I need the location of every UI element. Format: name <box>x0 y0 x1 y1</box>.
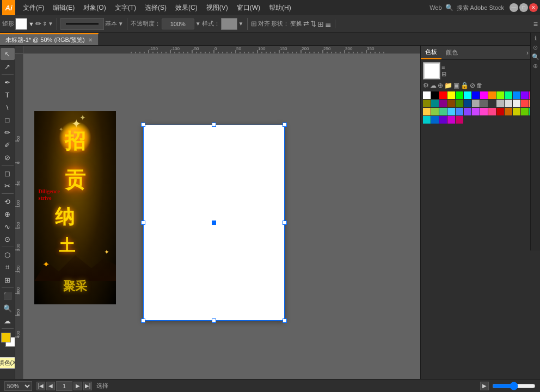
panel-expand-icon[interactable]: › <box>525 48 530 58</box>
swatch-2[interactable] <box>439 91 447 99</box>
minimize-button[interactable]: — <box>510 3 518 12</box>
panel-tab-color[interactable]: 颜色 <box>441 46 462 59</box>
menu-file[interactable]: 文件(F) <box>19 0 48 15</box>
tool-scale[interactable]: ⊕ <box>1 208 15 220</box>
menu-object[interactable]: 对象(O) <box>79 0 110 15</box>
swatch-menu-icon[interactable]: ≡ <box>441 64 446 70</box>
swatch-12[interactable] <box>521 91 529 99</box>
page-last-btn[interactable]: ▶| <box>83 382 92 390</box>
panel-action-6[interactable]: 🔒 <box>461 82 469 89</box>
menu-select[interactable]: 选择(S) <box>140 0 171 15</box>
panel-action-2[interactable]: ☁ <box>430 82 437 89</box>
swatch-25[interactable] <box>513 100 520 107</box>
flip-h-icon[interactable]: ⇄ <box>303 20 309 28</box>
swatch-26[interactable] <box>521 100 529 107</box>
swatch-10[interactable] <box>505 91 512 99</box>
maximize-button[interactable]: □ <box>519 3 528 12</box>
tool-hand[interactable]: ☁ <box>1 315 15 327</box>
swatch-20[interactable] <box>472 100 480 107</box>
handle-top-right[interactable] <box>283 122 287 127</box>
swatch-45[interactable] <box>447 116 455 124</box>
tool-paintbrush[interactable]: ✏ <box>1 126 15 138</box>
page-next-btn[interactable]: ▶ <box>73 382 82 390</box>
swatch-37[interactable] <box>496 108 504 115</box>
tool-rect[interactable]: □ <box>1 114 15 126</box>
ri-properties[interactable]: ℹ <box>535 35 537 42</box>
swatch-43[interactable] <box>431 116 439 124</box>
swatch-3[interactable] <box>447 91 455 99</box>
ri-libraries[interactable]: ⊙ <box>533 44 538 51</box>
menu-window[interactable]: 窗口(W) <box>232 0 265 15</box>
handle-middle-right[interactable] <box>283 220 287 225</box>
flip-v-icon[interactable]: ⇅ <box>310 20 316 28</box>
swatch-36[interactable] <box>488 108 496 115</box>
swatch-39[interactable] <box>513 108 520 115</box>
tool-select[interactable]: ↖ <box>1 48 15 60</box>
zoom-slider[interactable] <box>492 382 536 390</box>
zoom-select[interactable]: 50% 100% 200% <box>4 381 32 391</box>
swatch-35[interactable] <box>480 108 488 115</box>
tool-eraser[interactable]: ◻ <box>1 167 15 179</box>
swatch-11[interactable] <box>513 91 520 99</box>
swatch-15[interactable] <box>431 100 439 107</box>
tool-gradient[interactable]: ⬡ <box>1 249 15 261</box>
swatch-28[interactable] <box>423 108 431 115</box>
swatch-29[interactable] <box>431 108 439 115</box>
menu-view[interactable]: 视图(V) <box>202 0 232 15</box>
panel-action-5[interactable]: ▣ <box>453 82 459 89</box>
ri-export[interactable]: ⊕ <box>533 63 538 70</box>
menu-edit[interactable]: 编辑(E) <box>48 0 79 15</box>
handle-top-center[interactable] <box>212 122 216 127</box>
panel-action-4[interactable]: 📁 <box>444 82 452 89</box>
swatch-19[interactable] <box>464 100 471 107</box>
page-input[interactable] <box>56 381 72 391</box>
swatch-grid-icon[interactable]: ⊞ <box>441 71 446 78</box>
play-btn[interactable]: ▶ <box>480 382 489 390</box>
page-first-btn[interactable]: |◀ <box>36 382 45 390</box>
document-tab[interactable]: 未标题-1* @ 50% (RGB/预览) ✕ <box>0 33 99 45</box>
panel-action-1[interactable]: ⚙ <box>423 82 429 89</box>
swatch-14[interactable] <box>423 100 431 107</box>
page-prev-btn[interactable]: ◀ <box>46 382 55 390</box>
swatch-33[interactable] <box>464 108 471 115</box>
tool-pencil[interactable]: ✐ <box>1 139 15 151</box>
swatch-38[interactable] <box>505 108 512 115</box>
swatch-31[interactable] <box>447 108 455 115</box>
tool-eyedropper[interactable]: ⌗ <box>1 261 15 273</box>
tool-direct-select[interactable]: ↗ <box>1 60 15 72</box>
swatch-7[interactable] <box>480 91 488 99</box>
swatch-18[interactable] <box>456 100 463 107</box>
tool-blob[interactable]: ⊘ <box>1 151 15 163</box>
tool-scissors[interactable]: ✂ <box>1 180 15 192</box>
swatch-5[interactable] <box>464 91 471 99</box>
stroke-dropdown-icon[interactable]: ▼ <box>118 21 124 27</box>
tool-blend[interactable]: ⊞ <box>1 274 15 286</box>
swatch-23[interactable] <box>496 100 504 107</box>
grid-view-icon[interactable]: ⊞ <box>317 20 324 28</box>
tool-pen[interactable]: ✒ <box>1 76 15 88</box>
artboard[interactable] <box>143 125 285 321</box>
swatch-34[interactable] <box>472 108 480 115</box>
tool-line[interactable]: \ <box>1 101 15 113</box>
handle-bottom-right[interactable] <box>283 318 287 323</box>
fill-color-swatch[interactable] <box>15 18 27 30</box>
swatch-40[interactable] <box>521 108 529 115</box>
swatch-32[interactable] <box>456 108 463 115</box>
adobe-stock-label[interactable]: 搜索 Adobe Stock <box>457 4 504 12</box>
handle-bottom-left[interactable] <box>141 318 145 323</box>
swatch-4[interactable] <box>456 91 463 99</box>
swatch-24[interactable] <box>505 100 512 107</box>
swatch-0[interactable] <box>423 91 431 99</box>
swatch-30[interactable] <box>439 108 447 115</box>
swatch-22[interactable] <box>488 100 496 107</box>
swatch-17[interactable] <box>447 100 455 107</box>
menu-effect[interactable]: 效果(C) <box>171 0 202 15</box>
toolbar-options-icon[interactable]: ≡ <box>533 20 538 28</box>
stroke-expand-icon[interactable]: ▼ <box>48 21 53 27</box>
tool-type[interactable]: T <box>1 89 15 101</box>
style-expand[interactable]: ▼ <box>238 21 244 27</box>
panel-action-8[interactable]: 🗑 <box>476 82 483 89</box>
stroke-edit-icon[interactable]: ✏ <box>35 20 41 28</box>
arrange-icon[interactable]: ≣ <box>325 20 332 28</box>
handle-bottom-center[interactable] <box>212 318 216 323</box>
